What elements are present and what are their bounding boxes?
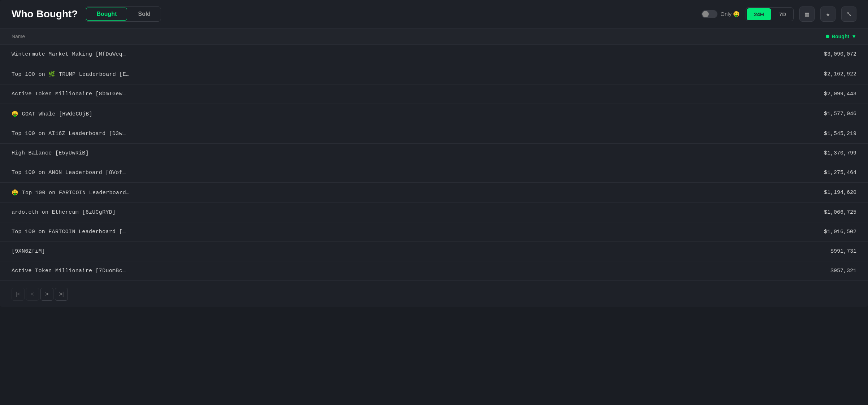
row-value: $991,731 (830, 248, 856, 254)
only-toggle[interactable] (702, 10, 717, 18)
header-right: Only 🤑 24H 7D ▦ ★ ⤡ (702, 6, 856, 22)
row-value: $2,162,922 (824, 71, 856, 77)
row-name: [9XN6ZfiM] (12, 248, 45, 254)
toggle-group: Only 🤑 (702, 10, 740, 18)
page-title: Who Bought? (12, 8, 78, 20)
row-name: High Balance [E5yUwRiB] (12, 150, 89, 156)
collapse-icon: ⤡ (846, 10, 852, 18)
row-name: Top 100 on 🌿 TRUMP Leaderboard [E… (12, 71, 129, 78)
toggle-label: Only 🤑 (720, 11, 740, 17)
data-table: Name Bought ▼ Wintermute Market Making [… (0, 29, 868, 307)
row-name: Active Token Millionaire [7DuomBc… (12, 268, 126, 274)
main-container: Who Bought? Bought Sold Only 🤑 24H 7D ▦ … (0, 0, 868, 307)
next-page-button[interactable]: > (40, 288, 53, 301)
row-value: $1,194,620 (824, 190, 856, 196)
pagination: |< < > >| (0, 281, 868, 307)
table-row[interactable]: Top 100 on AI16Z Leaderboard [D3w… $1,54… (0, 124, 868, 144)
row-name: Top 100 on FARTCOIN Leaderboard [… (12, 229, 126, 235)
table-row[interactable]: Active Token Millionaire [8bmTGew… $2,09… (0, 84, 868, 104)
time-group: 24H 7D (746, 7, 794, 21)
row-value: $3,090,072 (824, 51, 856, 57)
time-btn-24h[interactable]: 24H (747, 8, 771, 20)
row-name: 🤑 GOAT Whale [HWdeCUjB] (12, 110, 92, 117)
bought-indicator (826, 35, 829, 38)
row-name: 🤑 Top 100 on FARTCOIN Leaderboard… (12, 189, 129, 196)
table-row[interactable]: Top 100 on ANON Leaderboard [8Vof… $1,27… (0, 163, 868, 183)
row-name: Top 100 on ANON Leaderboard [8Vof… (12, 170, 126, 176)
row-name: Top 100 on AI16Z Leaderboard [D3w… (12, 131, 126, 137)
first-page-button[interactable]: |< (12, 288, 25, 301)
table-row[interactable]: 🤑 GOAT Whale [HWdeCUjB] $1,577,046 (0, 104, 868, 124)
table-row[interactable]: Top 100 on FARTCOIN Leaderboard [… $1,01… (0, 222, 868, 242)
row-value: $1,370,799 (824, 150, 856, 156)
tab-bought[interactable]: Bought (86, 8, 127, 21)
row-value: $1,066,725 (824, 209, 856, 215)
header-left: Who Bought? Bought Sold (12, 6, 161, 22)
col-name-label: Name (12, 34, 25, 39)
table-row[interactable]: 🤑 Top 100 on FARTCOIN Leaderboard… $1,19… (0, 183, 868, 203)
calendar-icon: ▦ (805, 10, 809, 18)
table-row[interactable]: [9XN6ZfiM] $991,731 (0, 242, 868, 261)
calendar-button[interactable]: ▦ (799, 6, 815, 22)
time-btn-7d[interactable]: 7D (772, 8, 793, 20)
collapse-button[interactable]: ⤡ (841, 6, 856, 22)
header: Who Bought? Bought Sold Only 🤑 24H 7D ▦ … (0, 0, 868, 29)
row-value: $1,577,046 (824, 111, 856, 117)
row-name: ardo.eth on Ethereum [6zUCgRYD] (12, 209, 116, 215)
table-row[interactable]: Active Token Millionaire [7DuomBc… $957,… (0, 261, 868, 281)
row-value: $2,099,443 (824, 91, 856, 97)
table-header: Name Bought ▼ (0, 29, 868, 45)
star-button[interactable]: ★ (820, 6, 836, 22)
sort-icon: ▼ (851, 34, 856, 39)
last-page-button[interactable]: >| (55, 288, 68, 301)
table-row[interactable]: Top 100 on 🌿 TRUMP Leaderboard [E… $2,16… (0, 64, 868, 84)
row-name: Wintermute Market Making [MfDuWeq… (12, 51, 126, 57)
col-bought-text: Bought (832, 34, 849, 39)
row-value: $1,275,464 (824, 170, 856, 176)
table-row[interactable]: High Balance [E5yUwRiB] $1,370,799 (0, 144, 868, 163)
row-name: Active Token Millionaire [8bmTGew… (12, 91, 126, 97)
table-row[interactable]: ardo.eth on Ethereum [6zUCgRYD] $1,066,7… (0, 203, 868, 222)
row-value: $1,016,502 (824, 229, 856, 235)
prev-page-button[interactable]: < (26, 288, 39, 301)
table-row[interactable]: Wintermute Market Making [MfDuWeq… $3,09… (0, 45, 868, 64)
row-value: $957,321 (830, 268, 856, 274)
row-value: $1,545,219 (824, 131, 856, 137)
tab-sold[interactable]: Sold (128, 8, 161, 20)
tab-group: Bought Sold (85, 6, 161, 22)
col-bought-label[interactable]: Bought ▼ (826, 34, 856, 39)
star-icon: ★ (826, 10, 830, 18)
